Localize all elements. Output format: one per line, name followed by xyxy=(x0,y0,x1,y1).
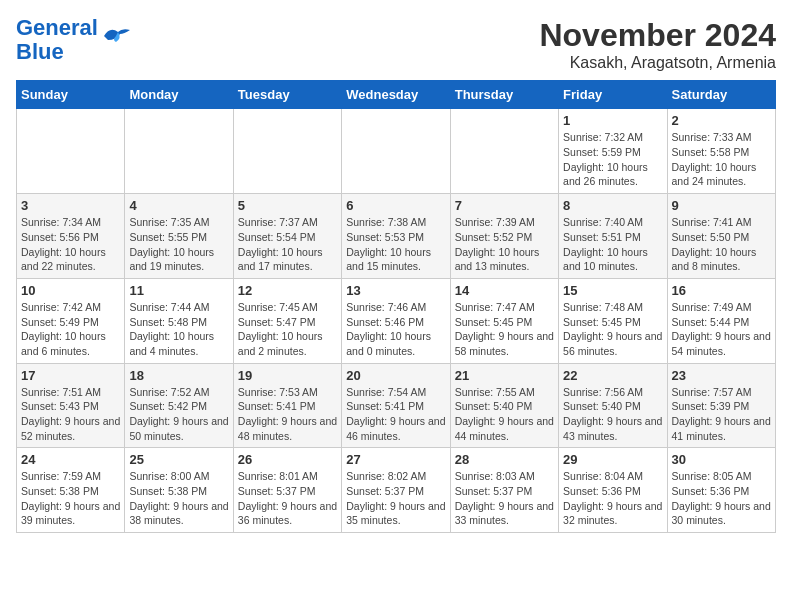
day-info: Sunrise: 7:57 AM Sunset: 5:39 PM Dayligh… xyxy=(672,385,771,444)
calendar-week-0: 1Sunrise: 7:32 AM Sunset: 5:59 PM Daylig… xyxy=(17,109,776,194)
day-number: 1 xyxy=(563,113,662,128)
calendar-cell: 26Sunrise: 8:01 AM Sunset: 5:37 PM Dayli… xyxy=(233,448,341,533)
page-subtitle: Kasakh, Aragatsotn, Armenia xyxy=(539,54,776,72)
day-number: 26 xyxy=(238,452,337,467)
calendar-cell: 2Sunrise: 7:33 AM Sunset: 5:58 PM Daylig… xyxy=(667,109,775,194)
weekday-header-monday: Monday xyxy=(125,81,233,109)
day-info: Sunrise: 7:56 AM Sunset: 5:40 PM Dayligh… xyxy=(563,385,662,444)
day-info: Sunrise: 8:03 AM Sunset: 5:37 PM Dayligh… xyxy=(455,469,554,528)
day-number: 3 xyxy=(21,198,120,213)
calendar-cell xyxy=(233,109,341,194)
day-number: 16 xyxy=(672,283,771,298)
calendar-cell: 13Sunrise: 7:46 AM Sunset: 5:46 PM Dayli… xyxy=(342,278,450,363)
weekday-header-friday: Friday xyxy=(559,81,667,109)
calendar-cell: 29Sunrise: 8:04 AM Sunset: 5:36 PM Dayli… xyxy=(559,448,667,533)
day-number: 2 xyxy=(672,113,771,128)
day-number: 29 xyxy=(563,452,662,467)
day-number: 17 xyxy=(21,368,120,383)
day-info: Sunrise: 7:51 AM Sunset: 5:43 PM Dayligh… xyxy=(21,385,120,444)
day-info: Sunrise: 7:52 AM Sunset: 5:42 PM Dayligh… xyxy=(129,385,228,444)
day-number: 18 xyxy=(129,368,228,383)
calendar-cell: 20Sunrise: 7:54 AM Sunset: 5:41 PM Dayli… xyxy=(342,363,450,448)
calendar-week-3: 17Sunrise: 7:51 AM Sunset: 5:43 PM Dayli… xyxy=(17,363,776,448)
day-info: Sunrise: 7:59 AM Sunset: 5:38 PM Dayligh… xyxy=(21,469,120,528)
day-number: 24 xyxy=(21,452,120,467)
calendar-cell: 4Sunrise: 7:35 AM Sunset: 5:55 PM Daylig… xyxy=(125,194,233,279)
calendar-cell: 9Sunrise: 7:41 AM Sunset: 5:50 PM Daylig… xyxy=(667,194,775,279)
calendar-cell xyxy=(450,109,558,194)
calendar-cell: 25Sunrise: 8:00 AM Sunset: 5:38 PM Dayli… xyxy=(125,448,233,533)
calendar-cell: 12Sunrise: 7:45 AM Sunset: 5:47 PM Dayli… xyxy=(233,278,341,363)
calendar-cell: 30Sunrise: 8:05 AM Sunset: 5:36 PM Dayli… xyxy=(667,448,775,533)
day-number: 20 xyxy=(346,368,445,383)
calendar-cell xyxy=(125,109,233,194)
day-info: Sunrise: 8:00 AM Sunset: 5:38 PM Dayligh… xyxy=(129,469,228,528)
day-number: 28 xyxy=(455,452,554,467)
day-number: 12 xyxy=(238,283,337,298)
day-info: Sunrise: 7:34 AM Sunset: 5:56 PM Dayligh… xyxy=(21,215,120,274)
day-info: Sunrise: 7:55 AM Sunset: 5:40 PM Dayligh… xyxy=(455,385,554,444)
page-title: November 2024 xyxy=(539,16,776,54)
day-number: 14 xyxy=(455,283,554,298)
weekday-header-thursday: Thursday xyxy=(450,81,558,109)
calendar-cell xyxy=(342,109,450,194)
weekday-header-sunday: Sunday xyxy=(17,81,125,109)
day-info: Sunrise: 7:48 AM Sunset: 5:45 PM Dayligh… xyxy=(563,300,662,359)
calendar-week-1: 3Sunrise: 7:34 AM Sunset: 5:56 PM Daylig… xyxy=(17,194,776,279)
day-info: Sunrise: 8:05 AM Sunset: 5:36 PM Dayligh… xyxy=(672,469,771,528)
calendar-cell: 11Sunrise: 7:44 AM Sunset: 5:48 PM Dayli… xyxy=(125,278,233,363)
calendar-cell xyxy=(17,109,125,194)
calendar-cell: 3Sunrise: 7:34 AM Sunset: 5:56 PM Daylig… xyxy=(17,194,125,279)
day-info: Sunrise: 7:40 AM Sunset: 5:51 PM Dayligh… xyxy=(563,215,662,274)
page-header: General Blue November 2024 Kasakh, Araga… xyxy=(16,16,776,72)
logo: General Blue xyxy=(16,16,132,64)
calendar-cell: 21Sunrise: 7:55 AM Sunset: 5:40 PM Dayli… xyxy=(450,363,558,448)
calendar-cell: 17Sunrise: 7:51 AM Sunset: 5:43 PM Dayli… xyxy=(17,363,125,448)
calendar-cell: 14Sunrise: 7:47 AM Sunset: 5:45 PM Dayli… xyxy=(450,278,558,363)
calendar-cell: 18Sunrise: 7:52 AM Sunset: 5:42 PM Dayli… xyxy=(125,363,233,448)
day-info: Sunrise: 7:53 AM Sunset: 5:41 PM Dayligh… xyxy=(238,385,337,444)
day-info: Sunrise: 7:37 AM Sunset: 5:54 PM Dayligh… xyxy=(238,215,337,274)
day-info: Sunrise: 8:02 AM Sunset: 5:37 PM Dayligh… xyxy=(346,469,445,528)
day-number: 21 xyxy=(455,368,554,383)
calendar-cell: 6Sunrise: 7:38 AM Sunset: 5:53 PM Daylig… xyxy=(342,194,450,279)
day-info: Sunrise: 7:45 AM Sunset: 5:47 PM Dayligh… xyxy=(238,300,337,359)
weekday-header-saturday: Saturday xyxy=(667,81,775,109)
day-info: Sunrise: 7:33 AM Sunset: 5:58 PM Dayligh… xyxy=(672,130,771,189)
calendar-cell: 7Sunrise: 7:39 AM Sunset: 5:52 PM Daylig… xyxy=(450,194,558,279)
day-info: Sunrise: 7:47 AM Sunset: 5:45 PM Dayligh… xyxy=(455,300,554,359)
day-info: Sunrise: 7:42 AM Sunset: 5:49 PM Dayligh… xyxy=(21,300,120,359)
day-number: 6 xyxy=(346,198,445,213)
day-number: 9 xyxy=(672,198,771,213)
day-number: 10 xyxy=(21,283,120,298)
day-info: Sunrise: 7:32 AM Sunset: 5:59 PM Dayligh… xyxy=(563,130,662,189)
day-number: 15 xyxy=(563,283,662,298)
calendar-cell: 10Sunrise: 7:42 AM Sunset: 5:49 PM Dayli… xyxy=(17,278,125,363)
calendar-cell: 28Sunrise: 8:03 AM Sunset: 5:37 PM Dayli… xyxy=(450,448,558,533)
calendar-cell: 22Sunrise: 7:56 AM Sunset: 5:40 PM Dayli… xyxy=(559,363,667,448)
calendar-cell: 27Sunrise: 8:02 AM Sunset: 5:37 PM Dayli… xyxy=(342,448,450,533)
day-number: 30 xyxy=(672,452,771,467)
day-info: Sunrise: 7:44 AM Sunset: 5:48 PM Dayligh… xyxy=(129,300,228,359)
calendar-cell: 19Sunrise: 7:53 AM Sunset: 5:41 PM Dayli… xyxy=(233,363,341,448)
day-number: 4 xyxy=(129,198,228,213)
day-number: 19 xyxy=(238,368,337,383)
logo-text: General Blue xyxy=(16,16,98,64)
day-number: 23 xyxy=(672,368,771,383)
day-number: 7 xyxy=(455,198,554,213)
day-number: 25 xyxy=(129,452,228,467)
weekday-header-wednesday: Wednesday xyxy=(342,81,450,109)
calendar-cell: 15Sunrise: 7:48 AM Sunset: 5:45 PM Dayli… xyxy=(559,278,667,363)
title-area: November 2024 Kasakh, Aragatsotn, Armeni… xyxy=(539,16,776,72)
calendar-cell: 1Sunrise: 7:32 AM Sunset: 5:59 PM Daylig… xyxy=(559,109,667,194)
calendar-cell: 24Sunrise: 7:59 AM Sunset: 5:38 PM Dayli… xyxy=(17,448,125,533)
day-info: Sunrise: 7:54 AM Sunset: 5:41 PM Dayligh… xyxy=(346,385,445,444)
logo-bird-icon xyxy=(102,24,132,46)
day-number: 13 xyxy=(346,283,445,298)
calendar-cell: 23Sunrise: 7:57 AM Sunset: 5:39 PM Dayli… xyxy=(667,363,775,448)
day-number: 8 xyxy=(563,198,662,213)
calendar-week-4: 24Sunrise: 7:59 AM Sunset: 5:38 PM Dayli… xyxy=(17,448,776,533)
day-number: 27 xyxy=(346,452,445,467)
calendar-cell: 16Sunrise: 7:49 AM Sunset: 5:44 PM Dayli… xyxy=(667,278,775,363)
calendar-week-2: 10Sunrise: 7:42 AM Sunset: 5:49 PM Dayli… xyxy=(17,278,776,363)
